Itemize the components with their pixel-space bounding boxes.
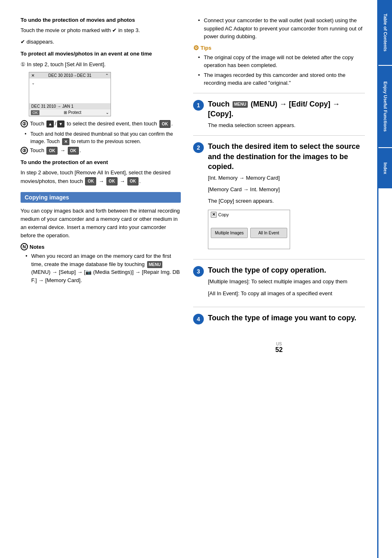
step3-item-2: [All In Event]: To copy all images of a … (208, 289, 365, 298)
country-code: US (193, 342, 365, 346)
step2-end-text: to select the desired event, then touch (67, 120, 157, 127)
step4-content: Touch the type of image you want to copy… (208, 313, 365, 325)
up-arrow-btn: ▲ (46, 120, 54, 127)
ok-chain-3: OK (127, 177, 138, 185)
ok-chain-1: OK (85, 177, 96, 185)
step2-sub-item: Touch and hold the desired thumbnail so … (25, 130, 181, 145)
step4-title: Touch the type of image you want to copy… (208, 313, 365, 323)
protect-screen: ✕ DEC 30 2010→DEC 31 ⌃ ⌄ DEC 31 2010 → J… (29, 72, 111, 116)
menu-btn-notes: MENU (147, 261, 162, 268)
sidebar: Table of Contents Enjoy Useful Functions… (377, 0, 392, 558)
sidebar-toc-label: Table of Contents (383, 14, 388, 51)
cs-title: Copy (218, 211, 229, 218)
cs-close: ✕ (211, 212, 217, 218)
page-number: 52 (193, 346, 365, 354)
section2-step1: ① In step 2, touch [Set All In Event]. (21, 60, 181, 69)
step1-title: Touch MENU (MENU) → [Edit/ Copy] → [Copy… (208, 99, 365, 119)
step2-number: 2 (193, 142, 204, 153)
tips-item-2: The images recorded by this camcorder an… (198, 71, 365, 87)
step3-text: Touch OK → OK. (30, 146, 81, 155)
x-btn: ✕ (62, 138, 69, 145)
step2-subbullet: Touch and hold the desired thumbnail so … (21, 130, 181, 145)
step1-body: The media selection screen appears. (208, 121, 365, 130)
sidebar-toc: Table of Contents (378, 0, 392, 66)
cs-allevent-btn: All In Event (250, 228, 287, 238)
cs-multiple-btn: Multiple Images (211, 228, 248, 238)
ps-row2: DEC 31 2010 → JAN 1 (29, 103, 111, 109)
sidebar-index-label: Index (383, 162, 388, 174)
right-column: Connect your camcorder to the wall outle… (193, 16, 365, 542)
menu-btn-step1: MENU (233, 101, 248, 108)
sidebar-enjoy: Enjoy Useful Functions (378, 66, 392, 148)
step3-body: [Multiple Images]: To select multiple im… (208, 278, 365, 297)
step3-num: ③ (21, 147, 28, 154)
ps-protect-label: ⊞ Protect (64, 110, 81, 115)
ok-btn-2: OK (46, 147, 58, 155)
sidebar-enjoy-label: Enjoy Useful Functions (383, 81, 388, 132)
ps-close: ✕ (31, 73, 35, 78)
notes-icon: N Notes (21, 243, 44, 250)
down-arrow-btn: ▼ (57, 120, 65, 127)
sidebar-index: Index (378, 148, 392, 189)
left-column: To undo the protection of movies and pho… (21, 16, 181, 542)
copying-images-heading: Copying images (21, 192, 181, 203)
ps-bottom: OK ⊞ Protect ⌄ (29, 109, 111, 116)
section1-heading: To undo the protection of movies and pho… (21, 16, 181, 24)
step2-option-2: [Memory Card → Int. Memory] (208, 185, 365, 194)
step4-number: 4 (193, 314, 204, 324)
step2-option-1: [Int. Memory → Memory Card] (208, 174, 365, 182)
notes-item-1: When you record an image on the memory c… (25, 252, 181, 284)
divider-4 (193, 307, 365, 307)
tips-section: ⚙ Tips The original copy of the image wi… (193, 44, 365, 87)
step3-number: 3 (193, 266, 204, 277)
ok-btn-3: OK (68, 147, 79, 155)
ps-ok-btn: OK (31, 110, 39, 115)
section3-heading: To undo the protection of an event (21, 159, 181, 166)
step2-title: Touch the desired item to select the sou… (208, 141, 365, 171)
step2-screen-label: The [Copy] screen appears. (208, 197, 365, 205)
step1-content: Touch MENU (MENU) → [Edit/ Copy] → [Copy… (208, 99, 365, 130)
step2-text: Touch ▲/▼ to select the desired event, t… (30, 120, 173, 128)
big-step-2: 2 Touch the desired item to select the s… (193, 141, 365, 253)
divider-1 (193, 93, 365, 93)
cs-body: Multiple Images All In Event (208, 220, 290, 241)
big-step-3: 3 Touch the type of copy operation. [Mul… (193, 265, 365, 301)
tips-gear-icon: ⚙ (193, 44, 199, 52)
cs-top: ✕ Copy (208, 210, 290, 220)
ps-date-range: DEC 30 2010→DEC 31 (48, 73, 91, 78)
tips-label: Tips (201, 45, 212, 51)
footer-area: US 52 (193, 342, 365, 362)
notes-label: Notes (30, 244, 44, 250)
step2-num: ② (21, 120, 28, 127)
right-bullets: Connect your camcorder to the wall outle… (193, 16, 365, 41)
section1-body2: ✔ disappears. (21, 38, 181, 46)
divider-3 (193, 259, 365, 259)
cs-spacer (208, 241, 290, 249)
ok-chain-2: OK (106, 177, 118, 185)
section1-body1: Touch the movie or photo marked with ✔ i… (21, 26, 181, 35)
page-wrapper: To undo the protection of movies and pho… (0, 0, 392, 558)
step3-row: ③ Touch OK → OK. (21, 146, 181, 155)
divider-2 (193, 135, 365, 136)
copy-screen: ✕ Copy Multiple Images All In Event (208, 210, 290, 250)
step1-number: 1 (193, 100, 204, 111)
tips-list: The original copy of the image will not … (193, 53, 365, 87)
step3-item-1: [Multiple Images]: To select multiple im… (208, 278, 365, 286)
step2-content: Touch the desired item to select the sou… (208, 141, 365, 253)
section2-heading: To protect all movies/photos in an event… (21, 50, 181, 58)
ps-body: ⌄ (29, 79, 111, 103)
ps-expand: ⌃ (105, 73, 108, 78)
step2-row: ② Touch ▲/▼ to select the desired event,… (21, 120, 181, 128)
notes-list: When you record an image on the memory c… (21, 252, 181, 284)
notes-section: N Notes When you record an image on the … (21, 243, 181, 284)
ok-btn: OK (159, 120, 171, 128)
step3-content: Touch the type of copy operation. [Multi… (208, 265, 365, 301)
notes-circle: N (21, 243, 28, 250)
section3-body: In step 2 above, touch [Remove All In Ev… (21, 169, 181, 185)
tips-item-1: The original copy of the image will not … (198, 53, 365, 69)
big-step-4: 4 Touch the type of image you want to co… (193, 313, 365, 325)
copying-images-body: You can copy images back and forth betwe… (21, 207, 181, 240)
step2-body: [Int. Memory → Memory Card] [Memory Card… (208, 174, 365, 249)
main-content: To undo the protection of movies and pho… (0, 0, 377, 558)
big-step-1: 1 Touch MENU (MENU) → [Edit/ Copy] → [Co… (193, 99, 365, 130)
